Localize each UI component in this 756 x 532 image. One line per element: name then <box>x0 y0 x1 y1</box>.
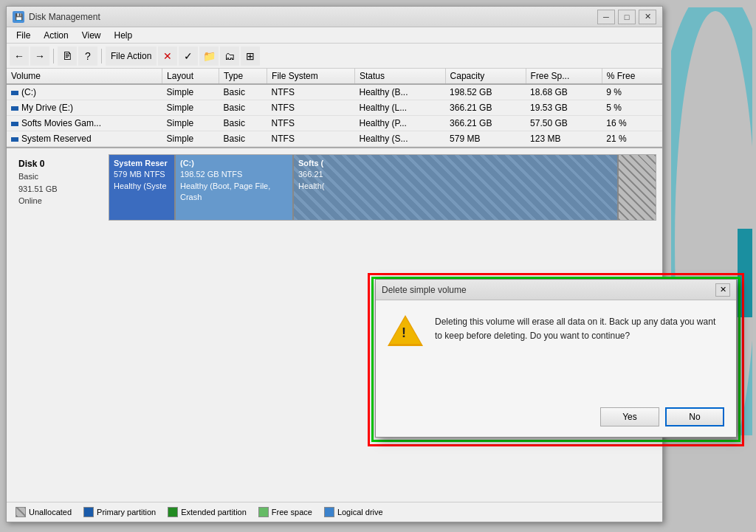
col-volume[interactable]: Volume <box>7 69 162 84</box>
col-type[interactable]: Type <box>219 69 267 84</box>
dialog-footer: Yes No <box>376 401 736 437</box>
legend: Unallocated Primary partition Extended p… <box>7 502 662 522</box>
cell-pct-free: 16 % <box>602 116 662 131</box>
cell-capacity: 366.21 GB <box>445 100 526 116</box>
check-button[interactable]: ✓ <box>179 46 198 66</box>
cell-status: Healthy (P... <box>354 116 445 131</box>
maximize-button[interactable]: □ <box>618 10 636 24</box>
disk-0-name: Disk 0 <box>18 159 103 169</box>
partition-system-reserved[interactable]: System Reser 579 MB NTFS Healthy (Syste <box>109 155 176 220</box>
toolbar-separator-1 <box>53 49 54 63</box>
app-icon: 💾 <box>13 11 24 23</box>
partition-unallocated <box>619 155 656 220</box>
cell-filesystem: NTFS <box>267 100 355 116</box>
cell-volume: Softs Movies Gam... <box>7 116 162 131</box>
dialog-title-bar: Delete simple volume ✕ <box>376 280 736 300</box>
cell-free: 18.68 GB <box>526 84 602 100</box>
partition-softs-status: Health( <box>298 181 613 192</box>
legend-logical: Logical drive <box>324 507 383 517</box>
cell-layout: Simple <box>162 131 219 147</box>
col-filesystem[interactable]: File System <box>267 69 355 84</box>
cell-pct-free: 5 % <box>602 100 662 116</box>
dialog-message: Deleting this volume will erase all data… <box>435 315 724 343</box>
title-bar: 💾 Disk Management ─ □ ✕ <box>7 7 662 27</box>
partition-c-drive[interactable]: (C:) 198.52 GB NTFS Healthy (Boot, Page … <box>176 155 294 220</box>
window-controls: ─ □ ✕ <box>597 10 656 24</box>
cell-layout: Simple <box>162 116 219 131</box>
dialog-delete-volume: Delete simple volume ✕ ! Deleting this v… <box>375 279 737 438</box>
col-layout[interactable]: Layout <box>162 69 219 84</box>
disk-label-0: Disk 0 Basic 931.51 GB Online <box>13 154 109 221</box>
menu-bar: File Action View Help <box>7 27 662 44</box>
toolbar-separator-2 <box>101 49 102 63</box>
cell-volume: (C:) <box>7 84 162 100</box>
col-free[interactable]: Free Sp... <box>526 69 602 84</box>
grid-button[interactable]: ⊞ <box>241 46 260 66</box>
legend-unallocated: Unallocated <box>16 507 72 517</box>
legend-box-free <box>258 507 269 517</box>
cell-filesystem: NTFS <box>267 84 355 100</box>
cell-capacity: 366.21 GB <box>445 116 526 131</box>
cell-status: Healthy (L... <box>354 100 445 116</box>
folder-refresh-button[interactable]: 🗂 <box>220 46 239 66</box>
menu-view[interactable]: View <box>75 28 108 43</box>
dialog-no-button[interactable]: No <box>665 407 724 426</box>
file-action-button[interactable]: File Action <box>106 46 157 66</box>
forward-button[interactable]: → <box>30 46 49 66</box>
volume-table-container: Volume Layout Type File System Status Ca… <box>7 69 662 148</box>
cell-filesystem: NTFS <box>267 116 355 131</box>
legend-label-extended: Extended partition <box>181 508 247 517</box>
cell-status: Healthy (B... <box>354 84 445 100</box>
menu-action[interactable]: Action <box>37 28 75 43</box>
legend-primary: Primary partition <box>83 507 156 517</box>
table-row[interactable]: Softs Movies Gam... Simple Basic NTFS He… <box>7 116 662 131</box>
cell-status: Healthy (S... <box>354 131 445 147</box>
legend-label-unallocated: Unallocated <box>29 508 72 517</box>
cell-free: 57.50 GB <box>526 116 602 131</box>
table-row[interactable]: System Reserved Simple Basic NTFS Health… <box>7 131 662 147</box>
legend-box-extended <box>168 507 178 517</box>
drive-icon <box>11 122 18 126</box>
help-button[interactable]: ? <box>78 46 97 66</box>
menu-help[interactable]: Help <box>108 28 140 43</box>
dialog-title: Delete simple volume <box>382 285 715 295</box>
minimize-button[interactable]: ─ <box>597 10 615 24</box>
warning-icon: ! <box>388 315 423 350</box>
volume-table: Volume Layout Type File System Status Ca… <box>7 69 662 147</box>
cell-type: Basic <box>219 131 267 147</box>
legend-box-logical <box>324 507 334 517</box>
view-properties-button[interactable]: 🖹 <box>58 46 77 66</box>
cell-capacity: 579 MB <box>445 131 526 147</box>
warning-exclaim-icon: ! <box>402 325 406 341</box>
toolbar: ← → 🖹 ? File Action ✕ ✓ 📁 🗂 ⊞ <box>7 44 662 69</box>
cell-type: Basic <box>219 84 267 100</box>
disk-0-info: Basic 931.51 GB Online <box>18 170 103 207</box>
dialog-yes-button[interactable]: Yes <box>600 407 659 426</box>
table-row[interactable]: My Drive (E:) Simple Basic NTFS Healthy … <box>7 100 662 116</box>
col-capacity[interactable]: Capacity <box>445 69 526 84</box>
drive-icon <box>11 106 18 111</box>
legend-box-primary <box>83 507 94 517</box>
partition-softs[interactable]: Softs ( 366.21 Health( <box>294 155 619 220</box>
delete-button[interactable]: ✕ <box>158 46 177 66</box>
legend-label-free: Free space <box>272 508 312 517</box>
folder-open-button[interactable]: 📁 <box>199 46 219 66</box>
table-row[interactable]: (C:) Simple Basic NTFS Healthy (B... 198… <box>7 84 662 100</box>
partition-c-size: 198.52 GB NTFS <box>180 169 288 180</box>
partition-system-reserved-status: Healthy (Syste <box>114 181 170 192</box>
cell-free: 19.53 GB <box>526 100 602 116</box>
back-button[interactable]: ← <box>10 46 29 66</box>
dialog-close-button[interactable]: ✕ <box>715 283 730 297</box>
cell-free: 123 MB <box>526 131 602 147</box>
teal-bar <box>738 229 752 317</box>
legend-extended: Extended partition <box>168 507 247 517</box>
col-pct-free[interactable]: % Free <box>602 69 662 84</box>
close-button[interactable]: ✕ <box>639 10 656 24</box>
cell-type: Basic <box>219 100 267 116</box>
col-status[interactable]: Status <box>354 69 445 84</box>
dialog-body: ! Deleting this volume will erase all da… <box>376 300 736 401</box>
drive-icon <box>11 137 18 142</box>
menu-file[interactable]: File <box>10 28 37 43</box>
disk-0-partitions: System Reser 579 MB NTFS Healthy (Syste … <box>109 154 656 221</box>
legend-label-logical: Logical drive <box>337 508 383 517</box>
